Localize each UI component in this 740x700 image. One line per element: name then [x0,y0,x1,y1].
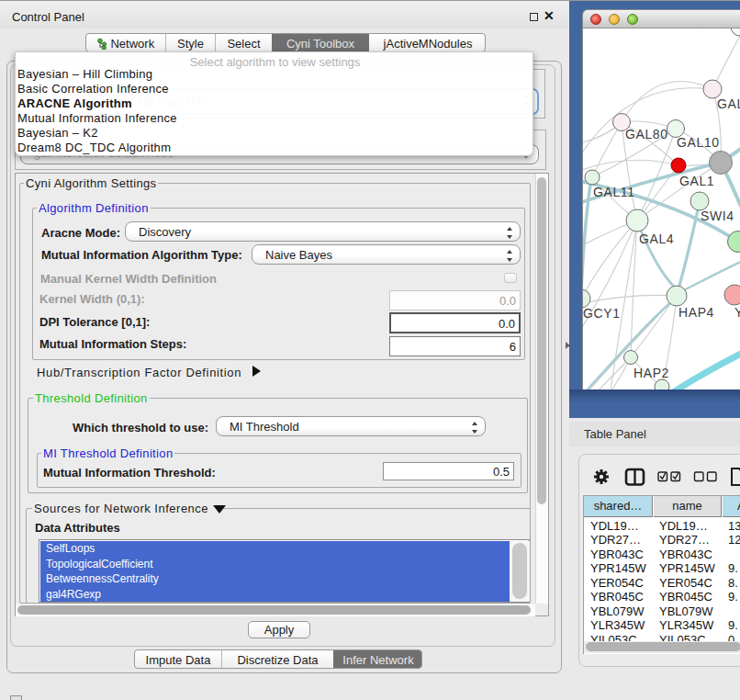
svg-text:GAL4: GAL4 [639,231,674,246]
svg-text:GAL1: GAL1 [679,174,714,188]
svg-text:GAL2: GAL2 [717,96,740,111]
svg-text:GAL10: GAL10 [677,135,720,150]
svg-text:HAP4: HAP4 [678,305,714,320]
svg-text:GAL80: GAL80 [625,127,668,141]
svg-text:HAP2: HAP2 [633,366,669,380]
svg-text:GAL11: GAL11 [593,185,635,199]
svg-text:GCY1: GCY1 [583,306,621,321]
svg-text:Y: Y [734,305,740,320]
svg-text:SWI4: SWI4 [701,209,734,223]
